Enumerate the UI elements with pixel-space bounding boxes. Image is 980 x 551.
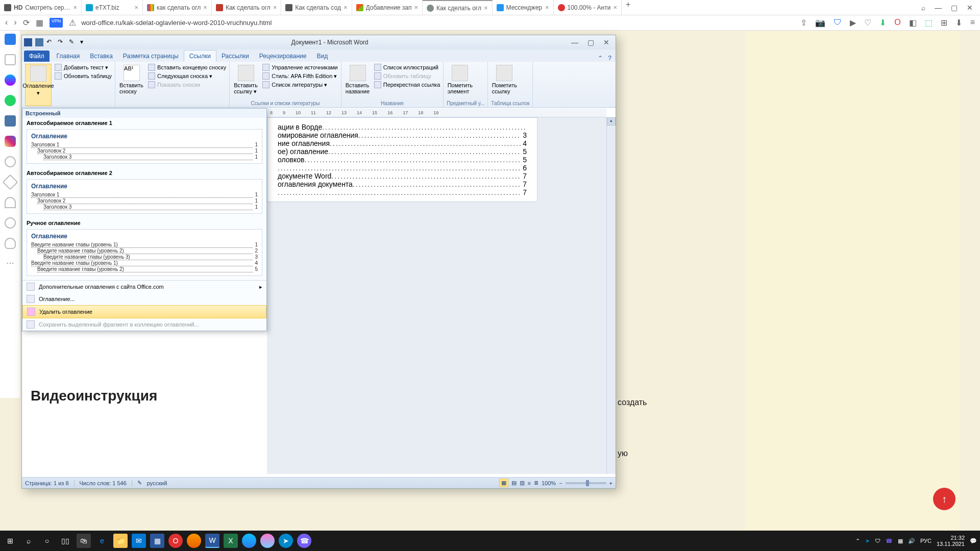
view-web-icon[interactable]: ▥: [520, 480, 525, 486]
store-icon[interactable]: 🛍: [77, 534, 91, 548]
ext4-icon[interactable]: ⊞: [941, 18, 947, 28]
menu-icon[interactable]: ≡: [970, 18, 975, 28]
document-area[interactable]: ации в Ворде омирование оглавления3 ние …: [267, 117, 606, 474]
insert-caption-button[interactable]: Вставить название: [345, 64, 371, 101]
close-icon[interactable]: ×: [484, 4, 488, 12]
notifications-icon[interactable]: 💬: [970, 538, 977, 544]
excel-icon[interactable]: X: [224, 534, 238, 548]
gallery-preview[interactable]: Оглавление Введите название главы (урове…: [27, 229, 262, 276]
apps-icon[interactable]: ▦: [36, 18, 43, 28]
browser-tab[interactable]: Мессенджер×: [493, 0, 554, 15]
explorer-icon[interactable]: 📁: [113, 534, 128, 548]
tray-viber-icon[interactable]: ☎: [886, 538, 893, 544]
site-info-icon[interactable]: ⚠: [69, 18, 76, 28]
save-icon[interactable]: [35, 38, 43, 46]
vertical-scrollbar[interactable]: ▴: [606, 117, 616, 474]
view-print-icon[interactable]: ▦: [499, 479, 508, 487]
close-icon[interactable]: ×: [134, 4, 138, 11]
view-outline-icon[interactable]: ≡: [528, 480, 531, 486]
style-select[interactable]: Стиль: APA Fifth Edition ▾: [262, 72, 337, 80]
ext3-icon[interactable]: ⬚: [925, 18, 933, 28]
send-icon[interactable]: [2, 174, 18, 190]
edge-icon[interactable]: [242, 534, 256, 548]
status-words[interactable]: Число слов: 1 546: [80, 480, 127, 486]
browser-tab[interactable]: Как сделать сод×: [281, 0, 352, 15]
maximize-icon[interactable]: ▢: [951, 4, 958, 12]
clock-icon[interactable]: [5, 217, 16, 229]
close-icon[interactable]: ×: [613, 4, 617, 11]
heart-icon[interactable]: ♡: [864, 18, 871, 28]
browser-tab[interactable]: Добавление зап×: [352, 0, 423, 15]
toc-button[interactable]: Оглавление▾: [25, 64, 52, 106]
minimize-icon[interactable]: —: [571, 38, 578, 46]
gallery-item-title[interactable]: Автособираемое оглавление 2: [22, 168, 266, 178]
shield-icon[interactable]: 🛡: [834, 18, 842, 28]
close-icon[interactable]: ×: [273, 4, 277, 11]
gallery-preview[interactable]: Оглавление Заголовок 11 Заголовок 21 Заг…: [27, 179, 262, 214]
browser-tab[interactable]: 100.00% - Анти×: [554, 0, 622, 15]
bulb-icon[interactable]: [5, 238, 16, 249]
vpn-badge[interactable]: VPN: [50, 18, 63, 28]
viber-icon[interactable]: ☎: [297, 534, 311, 548]
screenshot-icon[interactable]: 📷: [815, 18, 825, 28]
mark-citation-button[interactable]: Пометить ссылку: [491, 64, 518, 101]
tab-insert[interactable]: Вставка: [85, 51, 118, 62]
scroll-up-icon[interactable]: ▴: [607, 117, 616, 126]
app2-icon[interactable]: [260, 534, 275, 548]
collapse-ribbon-icon[interactable]: ⌃: [598, 55, 603, 62]
mail-icon[interactable]: ✉: [132, 534, 146, 548]
mark-entry-button[interactable]: Пометить элемент: [447, 64, 473, 101]
document-page[interactable]: ации в Ворде омирование оглавления3 ние …: [267, 117, 537, 202]
browser-tab[interactable]: как сделать огл×: [143, 0, 212, 15]
firefox-icon[interactable]: [187, 534, 201, 548]
undo-icon[interactable]: ↶: [46, 38, 55, 46]
scroll-top-button[interactable]: ↑: [933, 488, 955, 510]
taskbar-clock[interactable]: 21:32 13.11.2021: [937, 535, 965, 547]
zoom-slider[interactable]: [566, 482, 606, 484]
more-icon[interactable]: ⋯: [5, 258, 16, 269]
manage-sources-button[interactable]: Управление источниками: [262, 64, 337, 71]
tray-shield-icon[interactable]: 🛡: [875, 538, 880, 544]
update-table2-button[interactable]: Обновить таблицу: [374, 72, 440, 80]
qat-icon[interactable]: ✎: [69, 38, 77, 46]
show-footnotes-button[interactable]: Показать сноски: [148, 81, 226, 88]
gallery-item-title[interactable]: Ручное оглавление: [22, 218, 266, 228]
reload-icon[interactable]: ⟳: [23, 18, 30, 28]
add-text-button[interactable]: Добавить текст ▾: [55, 64, 112, 71]
start-button[interactable]: ⊞: [3, 534, 17, 548]
browser-tab[interactable]: eTXT.biz×: [82, 0, 143, 15]
zoom-out-icon[interactable]: −: [559, 480, 562, 486]
tray-icon[interactable]: ⌃: [855, 538, 860, 544]
tab-layout[interactable]: Разметка страницы: [118, 51, 184, 62]
browser-tab[interactable]: HDСмотреть сериа×: [0, 0, 82, 15]
tab-review[interactable]: Рецензирование: [254, 51, 312, 62]
horizontal-ruler[interactable]: 8910111213141516171819: [267, 108, 606, 117]
status-page[interactable]: Страница: 1 из 8: [25, 480, 69, 486]
new-tab-button[interactable]: +: [622, 0, 634, 15]
next-footnote-button[interactable]: Следующая сноска ▾: [148, 72, 226, 80]
custom-toc[interactable]: Оглавление...: [22, 293, 266, 305]
view-draft-icon[interactable]: ≣: [534, 480, 538, 486]
close-icon[interactable]: ×: [73, 4, 77, 11]
tray-icon[interactable]: ▦: [898, 538, 903, 544]
remove-toc[interactable]: Удалить оглавление: [22, 305, 266, 318]
download2-icon[interactable]: ⬇: [955, 18, 962, 28]
vk-icon[interactable]: [5, 115, 16, 127]
close-icon[interactable]: ×: [344, 4, 348, 11]
address-url[interactable]: word-office.ru/kak-sdelat-oglavlenie-v-w…: [81, 19, 272, 27]
home-icon[interactable]: [5, 34, 16, 45]
nav-forward-icon[interactable]: ›: [14, 18, 16, 28]
bibliography-button[interactable]: Список литературы ▾: [262, 81, 337, 88]
zoom-level[interactable]: 100%: [542, 480, 556, 486]
spell-icon[interactable]: ✎: [137, 480, 142, 486]
star-icon[interactable]: [5, 54, 16, 65]
tab-home[interactable]: Главная: [52, 51, 85, 62]
update-table-button[interactable]: Обновить таблицу: [55, 72, 112, 80]
play-icon[interactable]: ▶: [850, 18, 856, 28]
tray-sound-icon[interactable]: 🔊: [908, 538, 915, 544]
app-icon[interactable]: ▦: [150, 534, 164, 548]
browser-tab-active[interactable]: Как сделать огл×: [423, 0, 492, 15]
instagram-icon[interactable]: [5, 136, 16, 147]
close-icon[interactable]: ×: [203, 4, 207, 11]
more-toc-online[interactable]: Дополнительные оглавления с сайта Office…: [22, 281, 266, 293]
